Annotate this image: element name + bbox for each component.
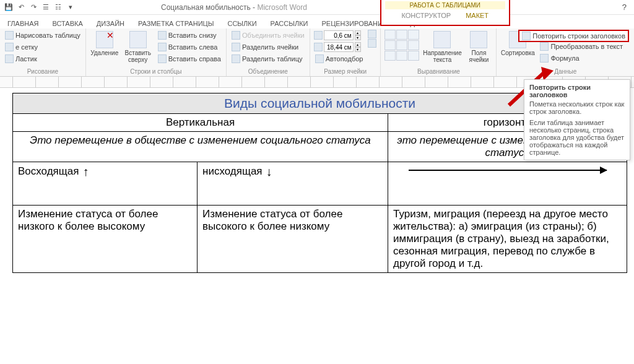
distribute-cols-icon[interactable] <box>368 39 376 48</box>
cell-horizontal-arrow[interactable] <box>388 162 627 206</box>
formula-button[interactable]: Формула <box>539 53 624 64</box>
align-top-center[interactable] <box>396 30 407 40</box>
spin-down-icon[interactable]: ▾ <box>355 35 361 40</box>
merge-cells-button[interactable]: Объединить ячейки <box>230 30 306 41</box>
split-table-label: Разделить таблицу <box>242 55 303 63</box>
eraser-icon <box>5 54 14 63</box>
eraser-label: Ластик <box>15 55 37 63</box>
spin-down-icon[interactable]: ▾ <box>355 47 361 52</box>
doc-name: Социальная мобильность <box>161 3 251 12</box>
text-direction-button[interactable]: Направление текста <box>423 30 461 63</box>
tab-home[interactable]: ГЛАВНАЯ <box>5 19 41 28</box>
undo-icon[interactable]: ↶ <box>16 2 26 12</box>
delete-button[interactable]: ✕ Удаление <box>90 30 119 64</box>
split-cells-label: Разделить ячейки <box>242 43 298 51</box>
align-top-left[interactable] <box>384 30 396 40</box>
align-mid-right[interactable] <box>408 40 419 50</box>
quick-access-toolbar: 💾 ↶ ↷ ☰ ☷ ▾ Социальная мобильность - Mic… <box>0 0 634 15</box>
redo-icon[interactable]: ↷ <box>28 2 38 12</box>
row-height-input[interactable] <box>324 30 354 40</box>
draw-table-button[interactable]: Нарисовать таблицу <box>4 30 82 41</box>
column-width-spinner[interactable]: ▴▾ <box>314 41 365 53</box>
align-top-right[interactable] <box>408 30 419 40</box>
view-gridlines-button[interactable]: е сетку <box>4 41 82 53</box>
sort-label: Сортировка <box>501 50 535 56</box>
distribute-rows-icon[interactable] <box>368 30 376 38</box>
repeat-header-rows-button[interactable]: Повторить строки заголовков <box>518 30 629 42</box>
cell-c2[interactable]: Изменение статуса от более высокого к бо… <box>198 206 388 273</box>
split-cells-button[interactable]: Разделить ячейки <box>230 41 306 53</box>
group-alignment: Направление текста Поля ячейки Выравнива… <box>381 28 497 76</box>
align-bot-left[interactable] <box>384 51 396 61</box>
help-icon[interactable]: ? <box>622 2 627 12</box>
tab-insert[interactable]: ВСТАВКА <box>50 19 85 28</box>
text-direction-label: Направление текста <box>423 50 461 63</box>
repeat-header-icon <box>522 32 531 40</box>
table-tools-context: РАБОТА С ТАБЛИЦАМИ КОНСТРУКТОР МАКЕТ <box>380 0 510 26</box>
tab-review[interactable]: РЕЦЕНЗИРОВАНИЕ <box>319 19 389 28</box>
split-table-button[interactable]: Разделить таблицу <box>230 53 306 64</box>
insert-left-button[interactable]: Вставить слева <box>157 41 222 53</box>
group-draw: Нарисовать таблицу е сетку Ластик Рисова… <box>0 28 86 76</box>
cell-c3[interactable]: Туризм, миграция (переезд на другое мест… <box>388 206 627 273</box>
group-cell-size: ▴▾ ▴▾ Автоподбор Размер ячейки <box>310 28 381 76</box>
split-cells-icon <box>232 43 240 51</box>
cell-ascending[interactable]: Восходящая↑ <box>13 162 198 206</box>
cell-c1[interactable]: Изменение статуса от более низкого к бол… <box>13 206 198 273</box>
convert-label: Преобразовать в текст <box>550 43 623 50</box>
formula-label: Формула <box>550 54 579 62</box>
group-rowscols-label: Строки и столбцы <box>90 67 222 76</box>
align-mid-left[interactable] <box>384 40 396 50</box>
spin-up-icon[interactable]: ▴ <box>355 42 361 47</box>
tab-references[interactable]: ССЫЛКИ <box>225 19 259 28</box>
insert-right-icon <box>158 54 167 63</box>
merge-cells-icon <box>232 31 240 40</box>
descending-label: нисходящая <box>202 165 263 177</box>
arrow-up-icon: ↑ <box>82 165 89 179</box>
column-width-input[interactable] <box>324 42 354 52</box>
eraser-button[interactable]: Ластик <box>4 53 82 64</box>
cell-descending[interactable]: нисходящая↓ <box>198 162 388 206</box>
align-bot-center[interactable] <box>396 51 407 61</box>
ribbon-tabs: ГЛАВНАЯ ВСТАВКА ДИЗАЙН РАЗМЕТКА СТРАНИЦЫ… <box>0 15 634 28</box>
insert-above-icon <box>129 31 147 48</box>
column-width-icon <box>314 43 323 51</box>
header-vertical[interactable]: Вертикальная <box>13 114 388 132</box>
group-draw-label: Рисование <box>4 67 82 76</box>
insert-above-button[interactable]: Вставить сверху <box>123 30 153 64</box>
tab-table-design[interactable]: КОНСТРУКТОР <box>401 12 451 19</box>
numbering-icon[interactable]: ☷ <box>53 2 63 12</box>
convert-icon <box>540 42 549 51</box>
group-data-label: Данные <box>500 67 630 76</box>
ascending-label: Восходящая <box>18 165 79 177</box>
desc-vertical[interactable]: Это перемещение в обществе с изменением … <box>13 132 388 162</box>
save-icon[interactable]: 💾 <box>4 2 14 12</box>
spin-up-icon[interactable]: ▴ <box>355 30 361 35</box>
tab-design[interactable]: ДИЗАЙН <box>94 19 127 28</box>
delete-label: Удаление <box>90 50 118 56</box>
repeat-header-label: Повторить строки заголовков <box>532 32 625 40</box>
autofit-button[interactable]: Автоподбор <box>314 53 365 64</box>
tooltip-title: Повторить строки заголовков <box>529 84 625 98</box>
row-height-spinner[interactable]: ▴▾ <box>314 30 365 41</box>
bullets-icon[interactable]: ☰ <box>41 2 51 12</box>
insert-below-icon <box>158 31 167 40</box>
insert-left-label: Вставить слева <box>168 43 218 51</box>
align-bot-right[interactable] <box>408 51 419 61</box>
arrow-right-icon <box>409 170 607 171</box>
group-size-label: Размер ячейки <box>314 67 377 76</box>
tab-mailings[interactable]: РАССЫЛКИ <box>268 19 311 28</box>
customize-qat-icon[interactable]: ▾ <box>66 2 76 12</box>
insert-below-button[interactable]: Вставить снизу <box>157 30 222 41</box>
convert-to-text-button[interactable]: Преобразовать в текст <box>539 41 624 52</box>
insert-left-icon <box>158 43 167 51</box>
arrow-down-icon: ↓ <box>266 165 272 179</box>
cell-margins-button[interactable]: Поля ячейки <box>465 30 492 63</box>
align-mid-center[interactable] <box>396 40 407 50</box>
document-title: Социальная мобильность - Microsoft Word <box>161 3 307 12</box>
app-name: Microsoft Word <box>257 3 306 12</box>
tab-table-layout[interactable]: МАКЕТ <box>466 12 489 19</box>
group-merge-label: Объединение <box>230 67 306 76</box>
tab-page-layout[interactable]: РАЗМЕТКА СТРАНИЦЫ <box>136 19 216 28</box>
insert-right-button[interactable]: Вставить справа <box>157 53 222 64</box>
